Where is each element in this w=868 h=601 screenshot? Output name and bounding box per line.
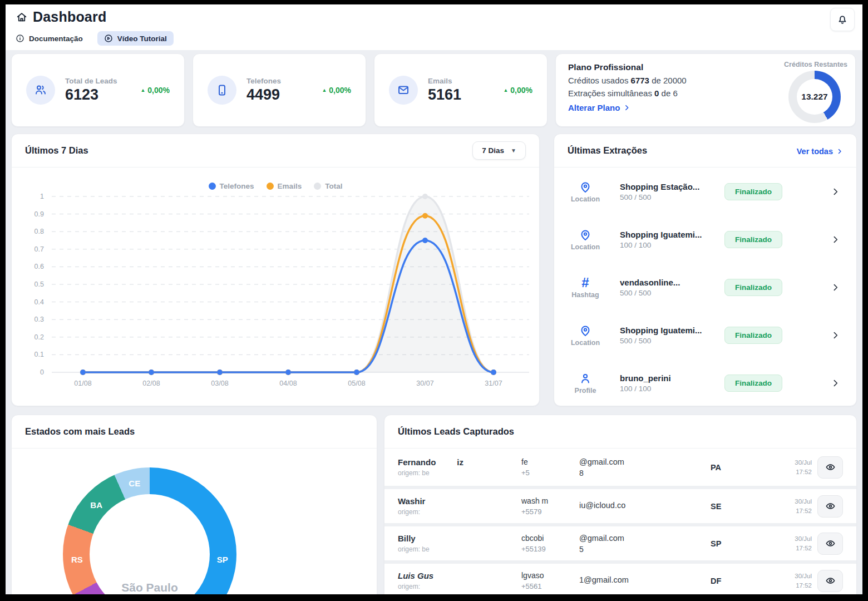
extraction-type: Hashtag — [568, 291, 603, 299]
lead-state: SP — [711, 539, 755, 548]
lead-phone: +5 — [521, 469, 579, 477]
svg-text:05/08: 05/08 — [348, 380, 365, 387]
location-icon — [568, 324, 603, 337]
users-icon — [26, 76, 55, 105]
stat-label: Emails — [428, 77, 461, 85]
stat-value: 4499 — [246, 86, 281, 104]
notifications-button[interactable] — [830, 8, 855, 31]
svg-text:03/08: 03/08 — [211, 380, 228, 387]
svg-text:02/08: 02/08 — [142, 380, 160, 387]
chevron-right-icon[interactable] — [831, 235, 844, 244]
chevron-right-icon[interactable] — [831, 378, 844, 388]
extraction-item[interactable]: LocationShopping Iguatemi...100 / 100Fin… — [554, 215, 856, 263]
lead-state: PA — [711, 463, 755, 472]
donut-slice-label-ce: CE — [129, 478, 140, 487]
donut-slice-label-ba: BA — [90, 500, 102, 509]
mail-icon — [389, 76, 418, 105]
extraction-item[interactable]: LocationShopping Estação...500 / 500Fina… — [554, 168, 856, 215]
extraction-type: Profile — [568, 387, 603, 395]
extraction-item[interactable]: LocationShopping Iguatemi...500 / 500Fin… — [554, 311, 856, 359]
status-badge: Finalizado — [724, 279, 782, 296]
chevron-right-icon[interactable] — [831, 283, 844, 292]
svg-text:0.2: 0.2 — [34, 333, 44, 341]
svg-text:0.5: 0.5 — [34, 280, 44, 288]
lead-datetime: 30/Jul17:52 — [767, 572, 812, 590]
donut-center-label: São Paulo — [90, 581, 210, 594]
extraction-title: Shopping Estação... — [620, 182, 708, 191]
view-lead-button[interactable] — [817, 533, 843, 555]
location-icon — [568, 228, 603, 242]
stat-delta: ▲0,00% — [503, 86, 532, 95]
stat-value: 5161 — [428, 86, 461, 104]
lead-state: SE — [711, 502, 755, 511]
dashboard-page: Dashboard Documentação Vídeo Tutorial — [6, 4, 862, 594]
lead-email: @gmail.com — [579, 534, 711, 543]
documentation-link[interactable]: Documentação — [16, 34, 83, 43]
lead-phone: +5561 — [521, 582, 579, 590]
home-icon — [16, 11, 28, 23]
svg-text:0.3: 0.3 — [34, 316, 44, 323]
donut-slice-label-rs: RS — [71, 555, 83, 564]
chart-title: Últimos 7 Dias — [25, 145, 88, 156]
stat-delta: ▲0,00% — [322, 86, 351, 95]
chevron-down-icon: ▼ — [511, 147, 516, 154]
credits-remaining-value: 13.227 — [801, 92, 827, 102]
extraction-title: bruno_perini — [620, 373, 708, 383]
eye-icon — [825, 501, 836, 511]
lead-email: iu@icloud.co — [579, 501, 711, 510]
view-lead-button[interactable] — [817, 495, 843, 518]
range-dropdown[interactable]: 7 Dias▼ — [472, 141, 526, 160]
lead-handle: lgvaso — [521, 571, 579, 580]
chevron-right-icon[interactable] — [831, 187, 844, 196]
view-all-link[interactable]: Ver todas — [797, 147, 843, 156]
last-7-days-card: Últimos 7 Dias 7 Dias▼ TelefonesEmailsTo… — [11, 134, 540, 406]
lead-handle: cbcobi — [521, 534, 579, 543]
chevron-right-icon — [836, 148, 843, 155]
svg-text:0.4: 0.4 — [34, 298, 44, 306]
plan-card: Plano Profissional Créditos usados 6773 … — [555, 53, 856, 127]
hashtag-icon: # — [568, 276, 603, 289]
lead-origem: origem: — [398, 583, 521, 590]
lead-name: Luis Gus — [398, 571, 521, 580]
credits-gauge: 13.227 — [788, 71, 841, 123]
video-tutorial-button[interactable]: Vídeo Tutorial — [97, 31, 174, 46]
lead-email: 1@gmail.com — [579, 575, 711, 584]
svg-text:31/07: 31/07 — [485, 380, 502, 387]
svg-text:0.7: 0.7 — [34, 245, 44, 253]
lead-phone: +55139 — [521, 545, 579, 553]
chevron-right-icon[interactable] — [831, 331, 844, 340]
donut-slice-label-sp: SP — [217, 555, 228, 564]
extraction-count: 500 / 500 — [620, 337, 708, 345]
stat-label: Telefones — [246, 77, 281, 85]
triangle-up-icon: ▲ — [503, 88, 508, 93]
chevron-right-icon — [623, 104, 630, 111]
lead-datetime: 30/Jul17:52 — [767, 458, 812, 476]
stat-delta: ▲0,00% — [140, 86, 170, 95]
svg-text:01/08: 01/08 — [74, 380, 91, 387]
extraction-item[interactable]: #Hashtagvendasonline...500 / 500Finaliza… — [554, 263, 856, 311]
lead-row: Luis Gusorigem:lgvaso+55611@gmail.comDF3… — [384, 560, 856, 594]
view-lead-button[interactable] — [817, 456, 843, 479]
view-lead-button[interactable] — [817, 570, 843, 592]
extraction-item[interactable]: Profilebruno_perini100 / 100Finalizado — [554, 359, 856, 407]
leads-card: Últimos Leads Capturados Fernandoizorige… — [384, 415, 857, 594]
status-badge: Finalizado — [724, 183, 782, 200]
svg-text:0.8: 0.8 — [34, 228, 44, 235]
topbar: Dashboard Documentação Vídeo Tutorial — [6, 4, 862, 50]
lead-row: Washirorigem:wash m+5579iu@icloud.coSE30… — [384, 486, 856, 523]
svg-text:30/07: 30/07 — [416, 380, 433, 387]
lead-email-2: 5 — [579, 545, 711, 554]
profile-icon — [568, 372, 603, 385]
extractions-title: Últimas Extrações — [568, 145, 647, 156]
play-circle-icon — [104, 34, 113, 43]
page-title-row: Dashboard — [16, 9, 106, 25]
status-badge: Finalizado — [724, 375, 782, 392]
extraction-title: Shopping Iguatemi... — [620, 230, 708, 239]
extraction-type: Location — [568, 339, 603, 347]
bell-icon — [836, 13, 849, 26]
extraction-title: vendasonline... — [620, 278, 708, 287]
stat-value: 6123 — [65, 86, 117, 104]
svg-text:0.1: 0.1 — [34, 351, 44, 358]
extraction-count: 100 / 100 — [620, 385, 708, 393]
lead-handle: wash m — [521, 496, 579, 505]
